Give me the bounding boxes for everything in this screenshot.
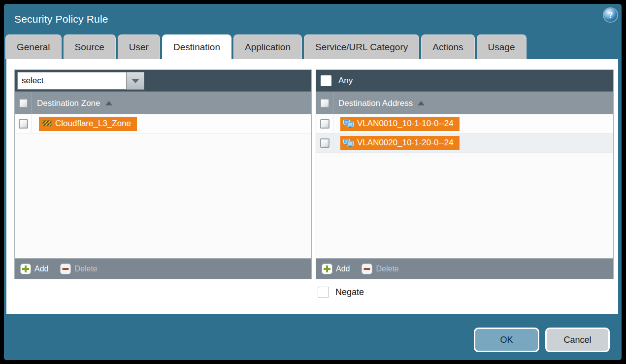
zone-select-input[interactable] xyxy=(17,72,127,90)
cancel-button[interactable]: Cancel xyxy=(545,328,610,352)
address-delete-button[interactable]: Delete xyxy=(362,264,398,274)
zone-panel-footer: Add Delete xyxy=(15,258,311,279)
tab-service-url-category[interactable]: Service/URL Category xyxy=(304,34,419,59)
tab-actions[interactable]: Actions xyxy=(421,34,474,59)
dialog-button-bar: OK Cancel xyxy=(474,328,610,352)
tab-destination[interactable]: Destination xyxy=(162,34,231,59)
zone-panel-header xyxy=(15,70,311,92)
row-checkbox[interactable] xyxy=(320,138,329,148)
tab-application[interactable]: Application xyxy=(233,34,302,59)
chevron-down-icon xyxy=(132,79,139,83)
any-checkbox[interactable] xyxy=(321,75,331,86)
tab-usage[interactable]: Usage xyxy=(477,34,527,59)
destination-address-panel: Any Destination Address VLAN0010_10-1-10… xyxy=(316,69,614,279)
row-chip[interactable]: Cloudflare_L3_Zone xyxy=(39,117,137,131)
plus-icon xyxy=(322,264,332,274)
tab-user[interactable]: User xyxy=(118,34,160,59)
zone-icon xyxy=(42,120,52,128)
zone-sort-header[interactable]: Destination Zone xyxy=(32,92,112,114)
zone-column-header: Destination Zone xyxy=(15,92,311,114)
row-label: VLAN0010_10-1-10-0--24 xyxy=(357,119,454,129)
tab-content: Destination Zone Cloudflare_L3_Zone xyxy=(6,59,618,314)
destination-zone-panel: Destination Zone Cloudflare_L3_Zone xyxy=(14,69,312,279)
address-add-button[interactable]: Add xyxy=(322,264,350,274)
address-icon xyxy=(343,139,354,147)
address-sort-header[interactable]: Destination Address xyxy=(333,92,425,114)
tab-source[interactable]: Source xyxy=(64,34,116,59)
row-chip[interactable]: VLAN0010_10-1-10-0--24 xyxy=(340,117,460,131)
row-label: Cloudflare_L3_Zone xyxy=(55,119,131,129)
plus-icon xyxy=(20,264,31,274)
zone-select-dropdown-button[interactable] xyxy=(127,72,144,90)
help-icon[interactable]: ? xyxy=(604,8,617,22)
sort-asc-icon xyxy=(105,101,112,105)
ok-button[interactable]: OK xyxy=(474,328,539,352)
dialog-title: Security Policy Rule xyxy=(4,13,108,25)
negate-checkbox[interactable] xyxy=(318,287,329,298)
zone-rows: Cloudflare_L3_Zone xyxy=(15,114,311,258)
row-label: VLAN0020_10-1-20-0--24 xyxy=(357,138,454,148)
negate-label: Negate xyxy=(335,287,364,298)
zone-delete-button[interactable]: Delete xyxy=(60,264,97,274)
zone-add-button[interactable]: Add xyxy=(20,264,48,274)
address-select-all-checkbox[interactable] xyxy=(320,99,329,108)
zone-select-all-checkbox[interactable] xyxy=(19,99,28,108)
table-row[interactable]: VLAN0010_10-1-10-0--24 xyxy=(316,114,613,133)
address-panel-header: Any xyxy=(316,70,613,92)
address-icon xyxy=(343,120,354,128)
table-row[interactable]: VLAN0020_10-1-20-0--24 xyxy=(316,133,613,153)
table-row[interactable]: Cloudflare_L3_Zone xyxy=(15,114,311,133)
tab-strip: GeneralSourceUserDestinationApplicationS… xyxy=(4,34,622,59)
row-checkbox[interactable] xyxy=(320,119,329,129)
row-chip[interactable]: VLAN0020_10-1-20-0--24 xyxy=(340,136,460,150)
address-panel-footer: Add Delete xyxy=(316,258,613,279)
security-policy-rule-dialog: Security Policy Rule ? GeneralSourceUser… xyxy=(4,4,622,360)
negate-row: Negate xyxy=(318,287,364,298)
minus-icon xyxy=(362,264,372,274)
minus-icon xyxy=(60,264,71,274)
tab-general[interactable]: General xyxy=(5,34,62,59)
address-rows: VLAN0010_10-1-10-0--24 VLAN0020_10-1-20-… xyxy=(316,114,613,258)
row-checkbox[interactable] xyxy=(19,119,28,129)
title-bar: Security Policy Rule ? xyxy=(4,4,622,34)
any-label: Any xyxy=(338,76,353,86)
sort-asc-icon xyxy=(418,101,425,105)
address-column-header: Destination Address xyxy=(316,92,613,114)
